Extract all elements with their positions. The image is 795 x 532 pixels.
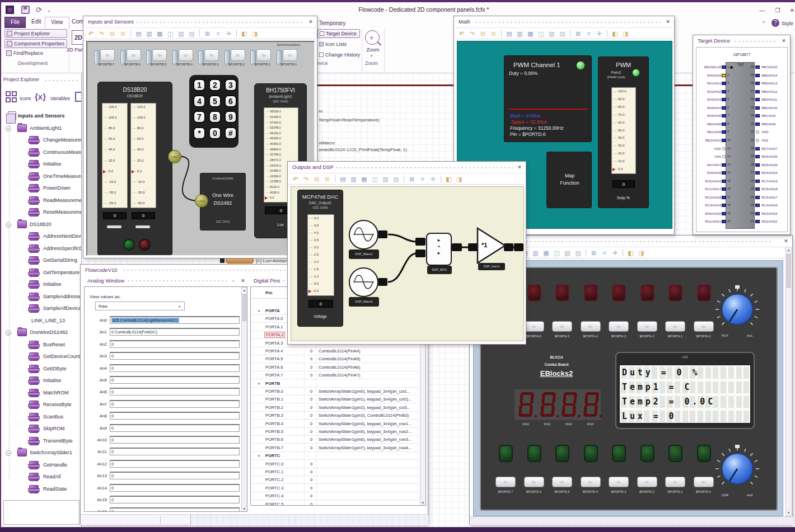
switch--porta-5[interactable]: On [552,321,572,332]
toolbar-icon[interactable]: ⌗ [214,29,222,38]
collapse-ribbon-icon[interactable]: ^ [763,20,765,26]
dsp-mix-component[interactable]: ▸＋▸ [426,233,452,266]
slide-switch--portb-4[interactable]: On$PORTB.4 [172,48,197,69]
toolbar-icon[interactable]: ⌗ [600,248,609,257]
tree-item-continuousmeasurement[interactable]: ContinuousMeasurement [1,147,82,158]
switch--porta-0[interactable]: On [694,321,714,332]
outputs-titlebar[interactable]: Outputs and DSP ✕ [288,162,526,173]
pin-row-portb-2[interactable]: PORTB.20SwitchArraySlider1(pin2), keypad… [251,404,419,412]
toolbar-icon[interactable]: ↷ [97,29,106,38]
pin-row-porta-6[interactable]: PORTA.60ComboBL0114(PinA6) [251,364,419,371]
ribbon-find-replace-button[interactable]: Find/Replace [4,49,67,58]
toolbar-icon[interactable]: ↷ [468,29,476,38]
tree-item-powerdown[interactable]: PowerDown [1,183,82,194]
analog-input-an7[interactable]: 0 [110,400,240,408]
minimize-button[interactable]: — [756,7,768,15]
switch--porta-2[interactable]: On [637,321,657,332]
tree-item-readstate[interactable]: ReadState [1,484,82,495]
toolbar-icon[interactable]: ▧ [381,175,390,183]
tree-item-ds18b20[interactable]: DS18B20 [1,219,82,230]
pin-row-portb-6[interactable]: PORTB.60SwitchArraySlider1(pin6), keypad… [251,436,419,444]
toolbar-icon[interactable]: ⊞ [323,175,331,183]
toolbar-icon[interactable]: ◧ [611,29,619,38]
toolbar-icon[interactable]: ▦ [156,29,164,38]
pin-row-portc-1[interactable]: PORTC.10 [251,468,419,476]
toolbar-icon[interactable]: ◨ [251,29,259,38]
math-close-icon[interactable]: ✕ [665,18,671,25]
switch--porta-4[interactable]: On [581,321,601,332]
keypad-key-0[interactable]: 0 [209,127,221,139]
keypad-component[interactable]: 123456789*0# [189,75,238,148]
tree-item-skiprom[interactable]: SkipROM [1,423,82,435]
analog-input-an6[interactable]: 0 [110,388,240,396]
toolbar-icon[interactable]: ⊞ [203,29,212,38]
close-button[interactable]: ✕ [786,7,795,15]
pin-row-portb-7[interactable]: PORTB.70SwitchArraySlider1(pin7), keypad… [251,444,419,452]
toolbar-icon[interactable]: ◨ [621,29,630,38]
toolbar-icon[interactable]: ✛ [595,29,604,38]
toolbar-icon[interactable]: ⊞ [590,248,598,257]
tree-item-addressspecificdevice[interactable]: AddressSpecificDevice [1,243,82,255]
keypad-key-1[interactable]: 1 [193,79,205,91]
toolbar-icon[interactable]: ▨ [392,175,400,183]
ribbon-zoom-button[interactable]: Zoom [364,47,382,53]
dsp-wave2-component[interactable] [349,267,378,297]
restore-button[interactable]: ❐ [771,7,784,15]
analog-window-titlebar[interactable]: Analog Window − ✕ [83,275,249,286]
pin-row-portc-0[interactable]: PORTC.00 [251,460,419,468]
keypad-key-2[interactable]: 2 [209,79,221,91]
tab-edit[interactable]: Edit [26,17,46,28]
slide-switch--portb-3[interactable]: On$PORTB.3 [198,48,223,69]
switch--portd-5[interactable]: On [552,477,572,487]
target-titlebar[interactable]: Target Device ✕ [693,35,790,46]
help-icon[interactable]: ? [771,19,779,27]
toolbar-icon[interactable]: ▧ [563,248,572,257]
toolbar-icon[interactable]: ◧ [240,29,249,38]
switch--portd-4[interactable]: On [581,477,601,487]
pwm-slider-component[interactable]: PWM Pwm2 (PWM CH3) 100.090.080.070.060.0… [598,57,649,208]
zoom-icon[interactable]: + [365,30,380,45]
toolbar-icon[interactable]: ⊟ [312,175,321,183]
scale-indicator[interactable]: 125.0105.085.065.045.025.05.0-15.0-35.0-… [130,103,156,208]
toolbar-icon[interactable]: ⊟ [479,29,487,38]
switch--portd-2[interactable]: On [637,477,657,487]
toolbar-icon[interactable]: ◨ [455,175,464,183]
toolbar-icon[interactable]: ✛ [429,175,437,183]
toolbar-icon[interactable]: ▧ [177,29,185,38]
switch--portd-0[interactable]: On [694,477,714,487]
analog-input-an3[interactable]: 0 [110,352,240,360]
icons-toolbar-icon[interactable] [6,91,19,103]
tree-item-getidbyte[interactable]: GetIDByte [1,364,82,375]
toolbar-icon[interactable]: ⊞ [574,29,582,38]
slide-switch--portb-6[interactable]: On$PORTB.6 [120,48,145,69]
toolbar-icon[interactable]: ⌗ [584,29,593,38]
toolbar-icon[interactable]: ▥ [516,29,524,38]
tree-item-inputs-and-sensors[interactable]: Inputs and Sensors [1,111,82,122]
tree-item-initialise[interactable]: Initialise [1,279,82,290]
pot1-knob[interactable] [712,284,763,335]
outputs-close-icon[interactable]: ✕ [516,164,523,171]
analog-minimize-icon[interactable]: − [230,277,237,284]
keypad-key-3[interactable]: 3 [225,79,237,91]
pin-row-porta-5[interactable]: PORTA.50ComboBL0114(PinA5) [251,355,419,363]
switch--portd-3[interactable]: On [609,477,629,487]
tree-item-changemeasurementmode[interactable]: ChangeMeasurementMode [1,135,82,146]
toolbar-icon[interactable]: ▦ [526,29,535,38]
toolbar-icon[interactable]: ↶ [291,175,300,183]
pin-row-portb-3[interactable]: PORTB.30SwitchArraySlider1(pin3), ComboB… [251,412,419,420]
tree-item-sampleaddresseddevice[interactable]: SampleAddressedDevice [1,291,82,303]
toolbar-icon[interactable]: ▨ [558,29,567,38]
slide-switch--portb-7[interactable]: On$PORTB.7 [94,48,119,69]
pin-row-portb-0[interactable]: PORTB.00SwitchArraySlider1(pin0), keypad… [251,388,419,396]
inputs-titlebar[interactable]: Inputs and Sensors ✕ [83,16,317,27]
onewire-plug-2[interactable]: 1-Wire [195,194,208,208]
dsp-wave1-component[interactable] [349,220,378,249]
keypad-key-star[interactable]: * [193,127,205,139]
tree-item-onetimemeasurement[interactable]: OneTimeMeasurement [1,171,82,182]
target-close-icon[interactable]: ✕ [780,37,787,44]
keypad-key-4[interactable]: 4 [193,95,205,107]
tree-item-busreset[interactable]: BusReset [1,340,82,351]
zoom-dropdown-icon[interactable]: ▾ [371,54,373,58]
switch--porta-1[interactable]: On [665,321,685,332]
pwm-channel-component[interactable]: PWM Channel 1 Duty = 0.00% Mark = 0.00us… [504,55,592,142]
